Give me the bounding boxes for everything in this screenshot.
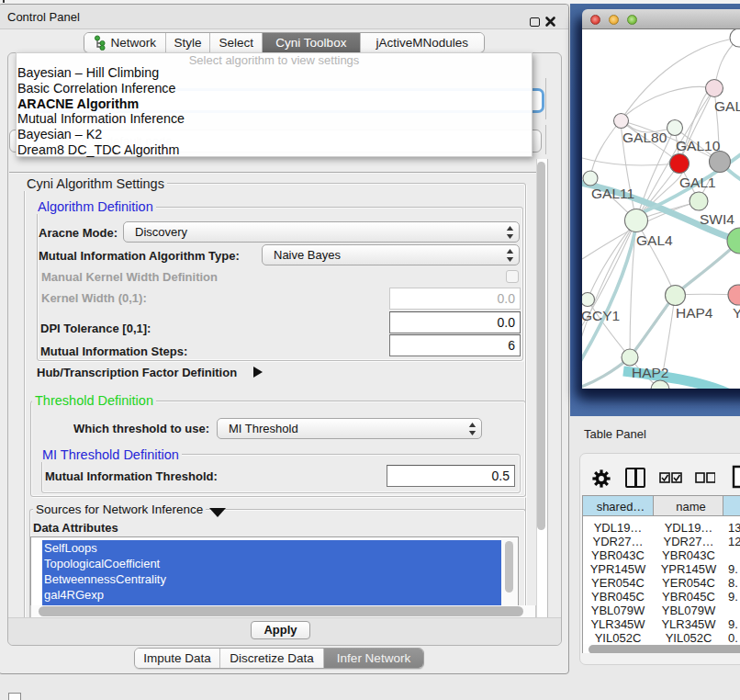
svg-text:GAL: GAL bbox=[714, 98, 740, 114]
svg-text:SWI4: SWI4 bbox=[700, 211, 734, 227]
svg-text:HAP2: HAP2 bbox=[632, 365, 669, 380]
svg-text:GAL1: GAL1 bbox=[679, 175, 716, 190]
svg-text:Y: Y bbox=[733, 305, 740, 321]
svg-text:GAL10: GAL10 bbox=[676, 138, 721, 153]
svg-text:GAL80: GAL80 bbox=[622, 130, 667, 145]
svg-text:HAP4: HAP4 bbox=[676, 305, 713, 321]
svg-text:GAL4: GAL4 bbox=[636, 232, 673, 248]
svg-text:GCY1: GCY1 bbox=[582, 308, 620, 323]
svg-text:GAL11: GAL11 bbox=[591, 186, 634, 201]
